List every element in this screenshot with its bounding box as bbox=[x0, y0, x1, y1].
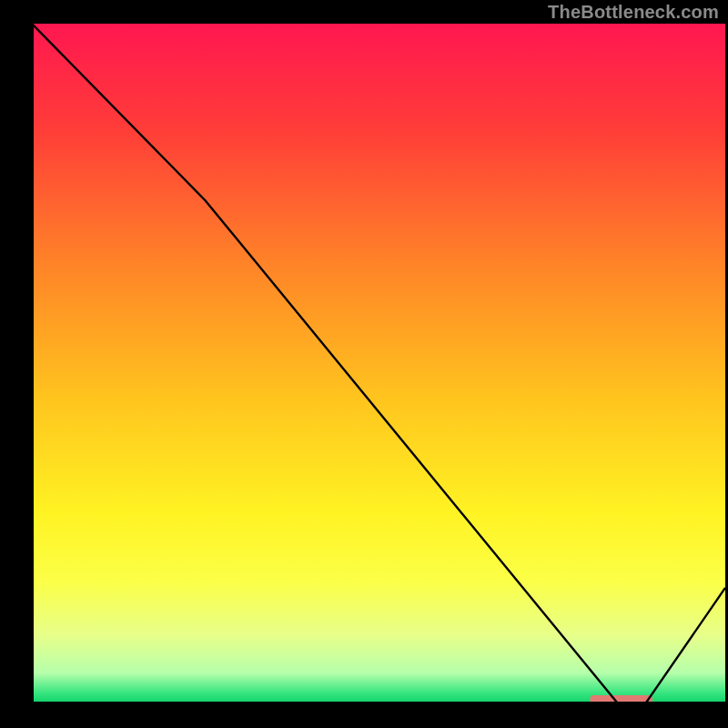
plot-background bbox=[32, 24, 725, 703]
watermark-text: TheBottleneck.com bbox=[548, 2, 719, 23]
chart-stage: TheBottleneck.com bbox=[0, 0, 728, 728]
chart-svg bbox=[0, 0, 728, 728]
